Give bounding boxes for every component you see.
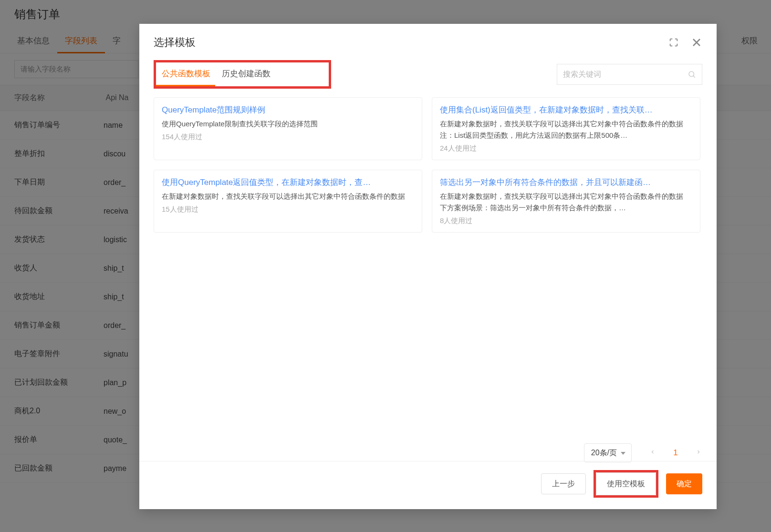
modal-header: 选择模板 — [139, 24, 717, 60]
blank-template-button[interactable]: 使用空模板 — [596, 472, 656, 495]
fullscreen-icon[interactable] — [668, 37, 679, 48]
card-desc: 使用QueryTemplate限制查找关联字段的选择范围 — [162, 118, 414, 130]
search-input[interactable] — [563, 70, 688, 79]
card-desc: 在新建对象数据时，查找关联字段可以选择出其它对象中符合函数条件的数据 — [162, 191, 414, 202]
card-usage-count: 24人使用过 — [440, 144, 692, 153]
tab-public-templates[interactable]: 公共函数模板 — [156, 62, 216, 86]
pager-next-icon[interactable] — [695, 449, 702, 457]
tab-history-functions[interactable]: 历史创建函数 — [216, 62, 276, 86]
modal-search[interactable] — [557, 64, 702, 85]
blank-template-highlight: 使用空模板 — [594, 470, 658, 498]
template-card[interactable]: 使用QueryTemplate返回值类型，在新建对象数据时，查…在新建对象数据时… — [154, 170, 422, 233]
pager-prev-icon[interactable] — [649, 449, 656, 457]
modal-title: 选择模板 — [154, 35, 196, 50]
confirm-button[interactable]: 确定 — [666, 473, 702, 494]
card-usage-count: 154人使用过 — [162, 133, 414, 142]
modal-footer: 上一步 使用空模板 确定 — [139, 461, 717, 509]
card-title: 使用QueryTemplate返回值类型，在新建对象数据时，查… — [162, 177, 414, 188]
close-icon[interactable] — [691, 37, 702, 48]
template-cards: QueryTemplate范围规则样例使用QueryTemplate限制查找关联… — [139, 89, 717, 241]
svg-point-0 — [689, 72, 694, 77]
modal-tabs-highlight: 公共函数模板 历史创建函数 — [154, 60, 331, 89]
card-desc: 在新建对象数据时，查找关联字段可以选择出其它对象中符合函数条件的数据 注：Lis… — [440, 118, 692, 141]
card-title: 筛选出另一对象中所有符合条件的数据，并且可以新建函… — [440, 177, 692, 188]
modal-toolbar: 公共函数模板 历史创建函数 — [139, 60, 717, 89]
card-title: QueryTemplate范围规则样例 — [162, 104, 414, 115]
template-card[interactable]: 筛选出另一对象中所有符合条件的数据，并且可以新建函…在新建对象数据时，查找关联字… — [432, 170, 700, 233]
pager: 1 — [649, 448, 702, 458]
template-card[interactable]: QueryTemplate范围规则样例使用QueryTemplate限制查找关联… — [154, 97, 422, 160]
card-usage-count: 8人使用过 — [440, 216, 692, 225]
pager-current[interactable]: 1 — [671, 448, 680, 458]
template-card[interactable]: 使用集合(List)返回值类型，在新建对象数据时，查找关联…在新建对象数据时，查… — [432, 97, 700, 160]
modal-tabs: 公共函数模板 历史创建函数 — [156, 62, 276, 86]
modal-header-actions — [668, 37, 702, 48]
card-desc: 在新建对象数据时，查找关联字段可以选择出其它对象中符合函数条件的数据 下方案例场… — [440, 191, 692, 214]
template-modal: 选择模板 公共函数模板 历史创建函数 QueryTemplate范围规则样例使用… — [139, 24, 717, 509]
card-title: 使用集合(List)返回值类型，在新建对象数据时，查找关联… — [440, 104, 692, 115]
card-usage-count: 15人使用过 — [162, 205, 414, 214]
page-size-select[interactable]: 20条/页 — [584, 443, 632, 462]
search-icon — [688, 70, 696, 79]
prev-step-button[interactable]: 上一步 — [541, 473, 586, 494]
